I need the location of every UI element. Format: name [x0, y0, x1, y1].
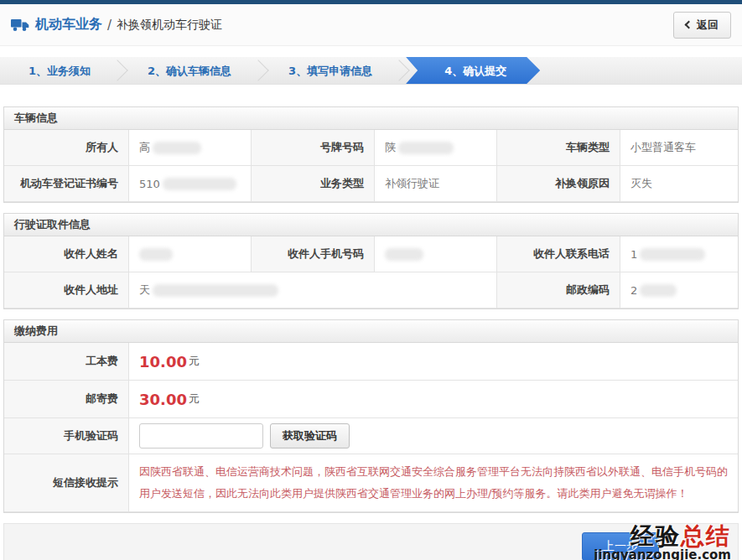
vehicle-info-table: 所有人 高 号牌号码 陕 车辆类型 小型普通客车 机动车登记证书编号 510 业… — [4, 130, 738, 202]
recipient-phone-value-text: 1 — [630, 248, 637, 261]
owner-value: 高 — [129, 130, 252, 166]
step-3-label: 3、填写申请信息 — [288, 65, 372, 77]
recipient-phone-label: 收件人联系电话 — [497, 236, 620, 272]
replace-reason-value: 灭失 — [620, 166, 738, 202]
recipient-mobile-value — [375, 236, 497, 272]
fees-section: 缴纳费用 工本费 10.00 元 邮寄费 30.00 元 手机验证码 获取验证码… — [3, 319, 739, 513]
sms-code-label: 手机验证码 — [4, 418, 129, 454]
replace-reason-label: 补换领原因 — [497, 166, 620, 202]
recipient-mobile-label: 收件人手机号码 — [252, 236, 375, 272]
sms-notice-text: 因陕西省联通、电信运营商技术问题，陕西省互联网交通安全综合服务管理平台无法向持陕… — [139, 456, 728, 510]
recipient-phone-value: 1 — [620, 236, 738, 272]
redacted-recipient-name — [139, 248, 173, 261]
plate-number-label: 号牌号码 — [252, 130, 375, 166]
recipient-address-value: 天 — [129, 272, 497, 309]
back-button-label: 返回 — [697, 18, 719, 33]
plate-value-text: 陕 — [385, 140, 396, 155]
plate-number-value: 陕 — [375, 130, 497, 166]
pickup-info-title: 行驶证取件信息 — [4, 214, 738, 236]
breadcrumb-separator: / — [107, 18, 112, 33]
reg-cert-number-label: 机动车登记证书编号 — [4, 166, 129, 202]
recipient-address-value-text: 天 — [139, 283, 150, 298]
main-content: 车辆信息 所有人 高 号牌号码 陕 车辆类型 小型普通客车 机动车登记证书编号 … — [0, 106, 742, 560]
postal-code-label: 邮政编码 — [497, 272, 620, 309]
watermark-text-red: 总结 — [681, 522, 731, 550]
cost-fee-amount: 10.00 — [139, 353, 187, 371]
page-title: 机动车业务 — [35, 16, 102, 34]
cost-fee-unit: 元 — [189, 354, 200, 369]
sms-code-input[interactable] — [139, 423, 263, 449]
business-type-label: 业务类型 — [252, 166, 375, 202]
recipient-name-value — [129, 236, 252, 272]
redacted-postal-code — [640, 284, 677, 297]
postage-fee-value: 30.00 元 — [129, 381, 738, 418]
footer-bar: 上一步 经验总结 jingyanzongjie.com — [3, 523, 739, 560]
back-button[interactable]: 返回 — [673, 12, 731, 39]
step-nav: 1、业务须知 2、确认车辆信息 3、填写申请信息 4、确认提交 — [0, 57, 742, 85]
postage-fee-label: 邮寄费 — [4, 381, 129, 418]
sms-code-row: 获取验证码 — [129, 418, 738, 454]
step-2-label: 2、确认车辆信息 — [148, 65, 231, 77]
fees-title: 缴纳费用 — [4, 320, 738, 343]
reg-cert-number-value: 510 — [129, 166, 252, 202]
breadcrumb-current: 补换领机动车行驶证 — [117, 18, 222, 33]
step-1-label: 1、业务须知 — [29, 65, 91, 77]
owner-value-text: 高 — [139, 140, 150, 155]
previous-step-button[interactable]: 上一步 — [582, 532, 659, 560]
redacted-recipient-address — [153, 284, 278, 297]
postage-fee-unit: 元 — [189, 391, 200, 407]
vehicle-type-label: 车辆类型 — [497, 130, 620, 166]
redacted-owner — [153, 142, 201, 154]
page-header: 机动车业务 / 补换领机动车行驶证 返回 — [0, 4, 742, 46]
vehicle-type-value: 小型普通客车 — [620, 130, 738, 166]
step-2-confirm-vehicle-info[interactable]: 2、确认车辆信息 — [119, 57, 260, 84]
pickup-info-table: 收件人姓名 收件人手机号码 收件人联系电话 1 收件人地址 天 邮政编码 2 — [4, 236, 738, 309]
postage-fee-amount: 30.00 — [139, 391, 187, 408]
back-chevron-icon — [685, 21, 693, 29]
redacted-reg-cert — [163, 178, 236, 190]
recipient-name-label: 收件人姓名 — [4, 236, 129, 272]
postal-code-value: 2 — [620, 272, 738, 309]
fees-table: 工本费 10.00 元 邮寄费 30.00 元 手机验证码 获取验证码 短信接收… — [4, 343, 738, 512]
step-4-confirm-submit[interactable]: 4、确认提交 — [406, 57, 540, 84]
redacted-recipient-phone — [640, 248, 705, 261]
step-3-fill-application-info[interactable]: 3、填写申请信息 — [260, 57, 401, 84]
postal-code-value-text: 2 — [630, 284, 637, 297]
cost-fee-label: 工本费 — [4, 343, 129, 381]
pickup-info-section: 行驶证取件信息 收件人姓名 收件人手机号码 收件人联系电话 1 收件人地址 天 … — [3, 213, 739, 309]
vehicle-info-section: 车辆信息 所有人 高 号牌号码 陕 车辆类型 小型普通客车 机动车登记证书编号 … — [3, 106, 739, 203]
recipient-address-label: 收件人地址 — [4, 272, 129, 309]
owner-label: 所有人 — [4, 130, 129, 166]
business-type-value: 补领行驶证 — [375, 166, 497, 202]
step-4-label: 4、确认提交 — [444, 65, 506, 77]
sms-notice-label: 短信接收提示 — [4, 454, 129, 512]
get-code-button[interactable]: 获取验证码 — [270, 423, 350, 449]
vehicle-info-title: 车辆信息 — [4, 107, 738, 130]
truck-icon — [11, 18, 29, 32]
cost-fee-value: 10.00 元 — [129, 343, 738, 381]
redacted-recipient-mobile — [385, 248, 423, 261]
step-1-business-notice[interactable]: 1、业务须知 — [0, 57, 119, 84]
sms-notice-row: 因陕西省联通、电信运营商技术问题，陕西省互联网交通安全综合服务管理平台无法向持陕… — [129, 454, 738, 512]
reg-cert-value-text: 510 — [139, 178, 160, 190]
redacted-plate — [398, 142, 454, 154]
